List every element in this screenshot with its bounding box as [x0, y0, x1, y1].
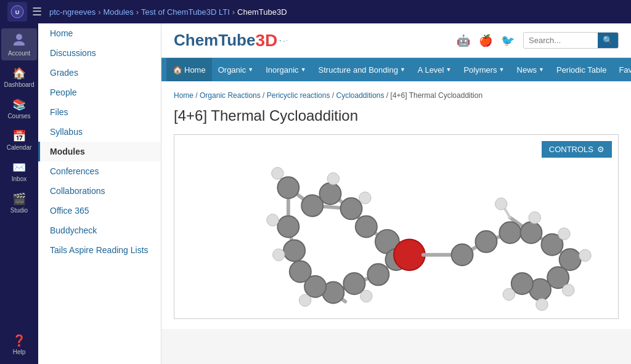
sidebar-item-courses[interactable]: 📚 Courses — [1, 94, 37, 123]
controls-gear-icon: ⚙ — [597, 145, 605, 154]
courses-icon: 📚 — [12, 98, 26, 111]
apple-icon[interactable]: 🍎 — [479, 34, 492, 47]
sidebar-calendar-label: Calendar — [7, 144, 32, 151]
nav-item-files[interactable]: Files — [38, 102, 161, 122]
svg-point-71 — [499, 222, 521, 243]
news-caret: ▼ — [539, 67, 544, 73]
sidebar-account-label: Account — [8, 50, 30, 57]
sidebar-item-help[interactable]: ❓ Help — [1, 330, 37, 359]
svg-point-35 — [356, 216, 377, 237]
sidebar-studio-label: Studio — [10, 207, 28, 214]
page-title: [4+6] Thermal Cycloaddition — [174, 107, 619, 124]
svg-point-42 — [290, 261, 311, 282]
nav-item-grades[interactable]: Grades — [38, 63, 161, 83]
nav-menu-polymers[interactable]: Polymers ▼ — [457, 58, 510, 81]
svg-point-69 — [452, 244, 473, 265]
svg-point-38 — [367, 264, 389, 285]
nav-menu-structure[interactable]: Structure and Bonding ▼ — [312, 58, 412, 81]
svg-rect-4 — [174, 140, 618, 313]
svg-point-49 — [360, 290, 372, 302]
dashboard-icon: 🏠 — [12, 67, 26, 80]
svg-point-52 — [267, 214, 279, 226]
nav-item-modules[interactable]: Modules — [38, 142, 161, 161]
android-icon[interactable]: 🤖 — [457, 34, 470, 47]
nav-item-home[interactable]: Home — [38, 23, 161, 43]
svg-point-83 — [536, 299, 548, 310]
sidebar-courses-label: Courses — [7, 113, 30, 119]
header-right: 🤖 🍎 🐦 🔍 — [457, 32, 619, 49]
search-button[interactable]: 🔍 — [598, 33, 618, 48]
nav-menu-news[interactable]: News ▼ — [511, 58, 550, 81]
svg-point-33 — [319, 183, 341, 204]
breadcrumb-ptc[interactable]: ptc-ngreeves — [49, 7, 96, 17]
sidebar-inbox-label: Inbox — [12, 176, 26, 182]
svg-point-3 — [14, 41, 25, 46]
nav-menu-home[interactable]: 🏠 Home — [166, 58, 212, 81]
nav-menu-favourites[interactable]: Favourite Pages ▼ — [613, 58, 631, 81]
svg-point-78 — [495, 198, 507, 209]
breadcrumb-test[interactable]: Test of ChemTube3D LTI — [141, 7, 230, 17]
nav-menu-periodic[interactable]: Periodic Table — [550, 58, 613, 81]
svg-point-51 — [273, 249, 285, 261]
molecule-viewer: CONTROLS ⚙ — [174, 134, 619, 319]
search-input[interactable] — [524, 33, 598, 47]
svg-point-72 — [520, 222, 542, 243]
breadcrumb-current-page: [4+6] Thermal Cycloaddition — [391, 91, 483, 100]
nav-item-conferences[interactable]: Conferences — [38, 161, 161, 181]
breadcrumb-home[interactable]: Home — [174, 91, 193, 100]
content-body: Home / Organic Reactions / Pericyclic re… — [161, 81, 631, 329]
home-nav-icon: 🏠 — [173, 65, 182, 75]
svg-point-2 — [16, 34, 22, 40]
sidebar-item-account[interactable]: Account — [1, 28, 37, 60]
help-icon: ❓ — [12, 334, 26, 347]
nav-item-discussions[interactable]: Discussions — [38, 43, 161, 63]
breadcrumb-cycloadditions[interactable]: Cycloadditions — [336, 91, 384, 100]
svg-point-80 — [558, 228, 570, 240]
svg-point-50 — [299, 294, 311, 306]
sidebar-item-dashboard[interactable]: 🏠 Dashboard — [1, 63, 37, 92]
breadcrumb-pericyclic[interactable]: Pericyclic reactions — [267, 91, 330, 100]
svg-point-47 — [327, 172, 339, 184]
nav-menu-inorganic[interactable]: Inorganic ▼ — [259, 58, 312, 81]
svg-point-79 — [529, 212, 540, 224]
nav-item-talis[interactable]: Tails Aspire Reading Lists — [38, 240, 161, 260]
search-box[interactable]: 🔍 — [523, 32, 619, 49]
svg-text:U: U — [15, 9, 20, 15]
breadcrumb-modules[interactable]: Modules — [104, 7, 134, 17]
svg-point-46 — [272, 168, 283, 179]
nav-item-people[interactable]: People — [38, 83, 161, 102]
nav-menu-alevel[interactable]: A Level ▼ — [412, 58, 458, 81]
molecule-svg — [174, 135, 618, 318]
nav-menu: 🏠 Home Organic ▼ Inorganic ▼ Structure a… — [161, 58, 631, 81]
controls-button[interactable]: CONTROLS ⚙ — [542, 141, 612, 158]
nav-item-office365[interactable]: Office 365 — [38, 201, 161, 220]
breadcrumb-current: ChemTube3D — [237, 7, 287, 17]
hamburger-icon[interactable]: ☰ — [32, 5, 42, 18]
svg-point-34 — [341, 198, 362, 219]
nav-item-collaborations[interactable]: Collaborations — [38, 181, 161, 201]
studio-icon: 🎬 — [12, 192, 26, 206]
sidebar-item-calendar[interactable]: 📅 Calendar — [1, 126, 37, 155]
svg-point-82 — [563, 284, 574, 296]
top-bar: U ☰ ptc-ngreeves › Modules › Test of Che… — [0, 0, 631, 23]
structure-caret: ▼ — [400, 67, 405, 73]
sidebar-item-studio[interactable]: 🎬 Studio — [1, 188, 37, 217]
twitter-icon[interactable]: 🐦 — [501, 34, 515, 47]
nav-item-buddycheck[interactable]: Buddycheck — [38, 220, 161, 240]
sidebar-item-inbox[interactable]: ✉️ Inbox — [1, 157, 37, 186]
alevel-caret: ▼ — [446, 67, 452, 73]
calendar-icon: 📅 — [12, 129, 26, 143]
main-content-area: Chem Tube 3D · · · 🤖 🍎 🐦 🔍 🏠 Hom — [161, 23, 631, 364]
svg-point-44 — [277, 216, 299, 237]
breadcrumb-organic-reactions[interactable]: Organic Reactions — [200, 91, 261, 100]
controls-label: CONTROLS — [549, 145, 593, 154]
svg-point-43 — [283, 240, 305, 261]
chemtube-header: Chem Tube 3D · · · 🤖 🍎 🐦 🔍 — [161, 23, 631, 58]
sidebar-dashboard-label: Dashboard — [4, 81, 35, 88]
account-icon — [12, 32, 26, 49]
svg-point-81 — [579, 249, 591, 261]
svg-point-48 — [359, 192, 371, 204]
left-sidebar: Account 🏠 Dashboard 📚 Courses 📅 Calendar… — [0, 23, 38, 364]
nav-menu-organic[interactable]: Organic ▼ — [212, 58, 259, 81]
nav-item-syllabus[interactable]: Syllabus — [38, 122, 161, 142]
